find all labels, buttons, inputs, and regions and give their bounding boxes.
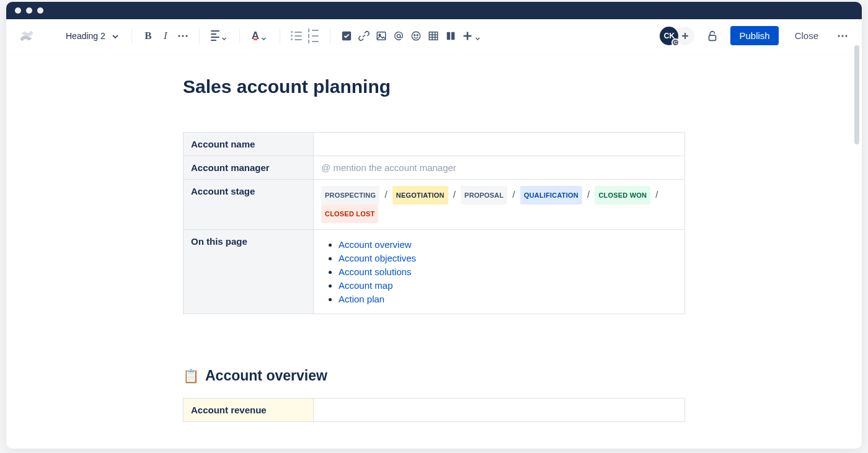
chevron-down-icon — [475, 33, 480, 38]
table-row: Account name — [184, 133, 685, 156]
row-value-cell[interactable] — [314, 398, 685, 422]
section-heading-text: Account overview — [205, 367, 327, 384]
action-item-button[interactable] — [338, 27, 355, 45]
heading-level-select[interactable]: Heading 2 — [61, 27, 124, 45]
page-title[interactable]: Sales account planning — [183, 76, 685, 97]
svg-rect-4 — [377, 32, 386, 40]
table-of-contents: Account overviewAccount objectivesAccoun… — [321, 239, 677, 304]
bullet-list-button[interactable] — [288, 27, 305, 45]
italic-button[interactable]: I — [157, 27, 174, 45]
svg-point-2 — [185, 35, 187, 37]
bold-button[interactable]: B — [140, 27, 157, 45]
lozenge-separator: / — [650, 189, 660, 200]
toc-item: Action plan — [339, 294, 677, 304]
mention-button[interactable] — [390, 27, 407, 45]
svg-rect-10 — [429, 32, 438, 40]
insert-more-button[interactable] — [459, 27, 484, 45]
link-button[interactable] — [355, 27, 373, 45]
chevron-down-icon — [221, 33, 227, 38]
status-lozenge[interactable]: QUALIFICATION — [520, 186, 582, 205]
row-label[interactable]: On this page — [184, 230, 314, 314]
svg-point-1 — [182, 35, 184, 37]
editor-toolbar: Heading 2 B I — [6, 19, 862, 53]
toc-link[interactable]: Account solutions — [339, 266, 412, 277]
numbered-list-icon — [308, 29, 319, 43]
section-heading-account-overview[interactable]: 📋 Account overview — [183, 367, 685, 384]
table-button[interactable] — [425, 27, 442, 45]
toolbar-divider — [239, 29, 240, 43]
mention-placeholder: @ mention the account manager — [321, 162, 456, 173]
traffic-light-maximize[interactable] — [37, 7, 43, 14]
avatar-sub-badge: C — [671, 38, 680, 46]
align-left-icon — [211, 30, 219, 41]
toc-item: Account solutions — [339, 266, 677, 277]
svg-point-9 — [417, 34, 418, 35]
close-label: Close — [795, 30, 818, 41]
table-row: Account stage PROSPECTING / NEGOTIATION … — [184, 180, 685, 230]
scrollbar-thumb[interactable] — [854, 45, 859, 144]
table-row: Account manager @ mention the account ma… — [184, 156, 685, 180]
collaborator-avatars: CK C — [660, 27, 694, 45]
avatar[interactable]: CK C — [660, 27, 678, 45]
clipboard-emoji-icon: 📋 — [183, 369, 199, 384]
publish-button[interactable]: Publish — [730, 26, 778, 45]
close-button[interactable]: Close — [790, 26, 823, 45]
restrictions-button[interactable] — [706, 29, 719, 43]
confluence-logo-icon — [19, 28, 35, 44]
toc-link[interactable]: Action plan — [339, 294, 384, 304]
traffic-light-close[interactable] — [15, 7, 21, 14]
stage-lozenges: PROSPECTING / NEGOTIATION / PROPOSAL / Q… — [321, 186, 677, 223]
svg-rect-12 — [451, 32, 454, 40]
toc-item: Account overview — [339, 239, 677, 250]
numbered-list-button[interactable] — [305, 27, 322, 45]
svg-point-8 — [414, 34, 415, 35]
svg-point-6 — [397, 34, 400, 37]
row-value-cell[interactable] — [314, 133, 685, 156]
text-align-button[interactable] — [207, 27, 232, 45]
row-label[interactable]: Account revenue — [184, 398, 314, 422]
publish-label: Publish — [739, 30, 769, 41]
traffic-light-minimize[interactable] — [26, 7, 32, 14]
toolbar-divider — [330, 29, 330, 43]
bullet-list-icon — [291, 31, 302, 40]
toc-item: Account objectives — [339, 253, 677, 263]
toc-link[interactable]: Account map — [339, 280, 393, 291]
emoji-button[interactable] — [407, 27, 425, 45]
row-label[interactable]: Account manager — [184, 156, 314, 180]
more-formatting-button[interactable] — [174, 27, 192, 45]
window-titlebar — [6, 2, 862, 19]
row-label[interactable]: Account name — [184, 133, 314, 156]
chevron-down-icon — [112, 32, 119, 40]
toc-link[interactable]: Account overview — [339, 239, 412, 250]
svg-point-7 — [412, 32, 420, 40]
image-button[interactable] — [373, 27, 390, 45]
info-table: Account name Account manager @ mention t… — [183, 132, 685, 314]
row-value-cell[interactable]: Account overviewAccount objectivesAccoun… — [314, 230, 685, 314]
status-lozenge[interactable]: CLOSED WON — [595, 186, 650, 205]
editor-content-area[interactable]: Sales account planning Account name Acco… — [6, 53, 862, 449]
layouts-button[interactable] — [442, 27, 459, 45]
lozenge-separator: / — [379, 189, 392, 200]
svg-point-16 — [845, 35, 847, 37]
lozenge-separator: / — [507, 189, 520, 200]
row-value-cell[interactable]: @ mention the account manager — [314, 156, 685, 180]
status-lozenge[interactable]: NEGOTIATION — [392, 186, 448, 205]
lozenge-separator: / — [448, 189, 461, 200]
svg-point-0 — [178, 35, 180, 37]
chevron-down-icon — [261, 33, 267, 38]
status-lozenge[interactable]: PROSPECTING — [321, 186, 379, 205]
table-row: On this page Account overviewAccount obj… — [184, 230, 685, 314]
lozenge-separator: / — [582, 189, 595, 200]
text-color-button[interactable]: A — [247, 27, 272, 45]
status-lozenge[interactable]: CLOSED LOST — [321, 205, 378, 223]
more-actions-button[interactable] — [835, 28, 851, 44]
toc-link[interactable]: Account objectives — [339, 253, 416, 263]
text-color-icon: A — [252, 33, 259, 39]
svg-point-14 — [838, 35, 839, 37]
row-label[interactable]: Account stage — [184, 180, 314, 230]
status-lozenge[interactable]: PROPOSAL — [461, 186, 507, 205]
row-value-cell[interactable]: PROSPECTING / NEGOTIATION / PROPOSAL / Q… — [314, 180, 685, 230]
svg-point-15 — [841, 35, 843, 37]
toolbar-divider — [280, 29, 280, 43]
overview-table: Account revenue — [183, 398, 685, 422]
